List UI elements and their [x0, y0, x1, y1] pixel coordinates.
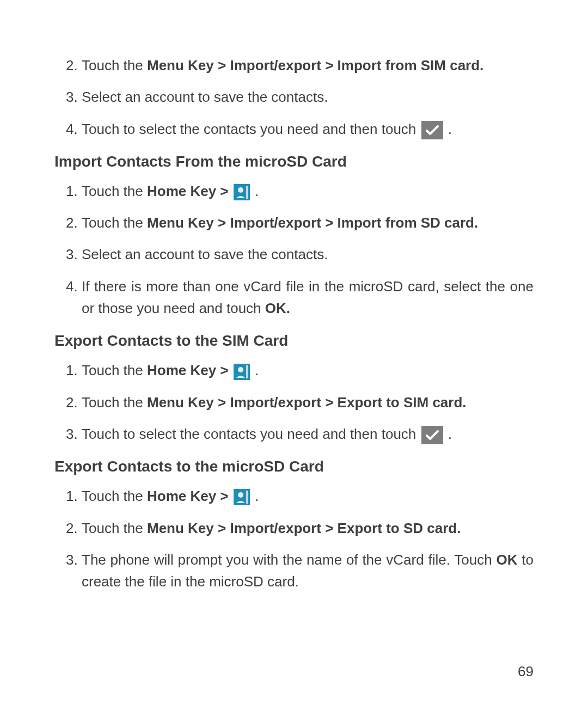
svg-rect-5: [246, 365, 248, 378]
step-text: .: [255, 183, 259, 199]
list-item: Touch the Menu Key > Import/export > Exp…: [82, 391, 534, 413]
step-text: Touch the: [82, 57, 147, 74]
step-list-top: Touch the Menu Key > Import/export > Imp…: [54, 54, 534, 140]
step-text-bold: Home Key >: [147, 362, 232, 378]
list-item: Select an account to save the contacts.: [82, 243, 534, 265]
step-list-section1: Touch the Home Key > . Touch the Menu Ke…: [54, 180, 534, 319]
contacts-icon: [234, 184, 250, 200]
step-text: Touch to select the contacts you need an…: [82, 426, 420, 442]
step-text: .: [448, 426, 452, 442]
section-heading: Export Contacts to the microSD Card: [54, 458, 534, 475]
step-text: The phone will prompt you with the name …: [82, 552, 496, 568]
list-item: Touch the Menu Key > Import/export > Imp…: [82, 54, 534, 76]
step-text-bold: Home Key >: [147, 183, 232, 199]
step-text: Select an account to save the contacts.: [82, 89, 328, 105]
step-list-section3: Touch the Home Key > . Touch the Menu Ke…: [54, 485, 534, 592]
svg-rect-0: [421, 121, 443, 139]
step-text: Touch the: [82, 488, 147, 504]
section-heading: Import Contacts From the microSD Card: [54, 153, 534, 170]
step-text-bold: Menu Key > Import/export > Export to SD …: [147, 520, 461, 536]
list-item: Touch the Menu Key > Import/export > Exp…: [82, 517, 534, 539]
step-text-bold: Menu Key > Import/export > Import from S…: [147, 57, 483, 74]
step-text-bold: OK.: [265, 300, 290, 316]
list-item: Touch to select the contacts you need an…: [82, 423, 534, 445]
step-text-bold: Home Key >: [147, 488, 232, 504]
check-icon: [421, 426, 443, 444]
svg-point-10: [238, 492, 243, 498]
list-item: Touch the Home Key > .: [82, 485, 534, 507]
svg-point-6: [238, 367, 243, 372]
step-text: .: [255, 362, 259, 378]
step-text: Touch the: [82, 183, 147, 199]
list-item: The phone will prompt you with the name …: [82, 549, 534, 593]
step-text: Touch the: [82, 394, 147, 411]
svg-rect-7: [421, 426, 443, 444]
step-text-bold: Menu Key > Import/export > Export to SIM…: [147, 394, 467, 411]
svg-point-3: [238, 187, 243, 193]
step-text: .: [448, 121, 452, 137]
section-heading: Export Contacts to the SIM Card: [54, 332, 534, 350]
svg-rect-2: [246, 186, 248, 199]
step-text-bold: OK: [496, 552, 517, 568]
list-item: If there is more than one vCard file in …: [82, 276, 534, 320]
list-item: Touch the Menu Key > Import/export > Imp…: [82, 212, 534, 234]
list-item: Touch to select the contacts you need an…: [82, 118, 534, 140]
list-item: Touch the Home Key > .: [82, 180, 534, 202]
list-item: Select an account to save the contacts.: [82, 86, 534, 108]
contacts-icon: [234, 364, 250, 380]
step-text: Touch to select the contacts you need an…: [82, 121, 420, 137]
check-icon: [421, 121, 443, 139]
contacts-icon: [234, 489, 250, 505]
step-text-bold: Menu Key > Import/export > Import from S…: [147, 215, 478, 231]
step-text: Touch the: [82, 362, 147, 378]
step-text: Touch the: [82, 215, 147, 231]
step-text: If there is more than one vCard file in …: [82, 278, 534, 316]
svg-rect-9: [246, 491, 248, 504]
step-text: .: [255, 488, 259, 504]
page-number: 69: [518, 663, 534, 680]
list-item: Touch the Home Key > .: [82, 359, 534, 381]
document-page: Touch the Menu Key > Import/export > Imp…: [0, 0, 588, 710]
step-list-section2: Touch the Home Key > . Touch the Menu Ke…: [54, 359, 534, 445]
step-text: Select an account to save the contacts.: [82, 246, 328, 262]
step-text: Touch the: [82, 520, 147, 536]
